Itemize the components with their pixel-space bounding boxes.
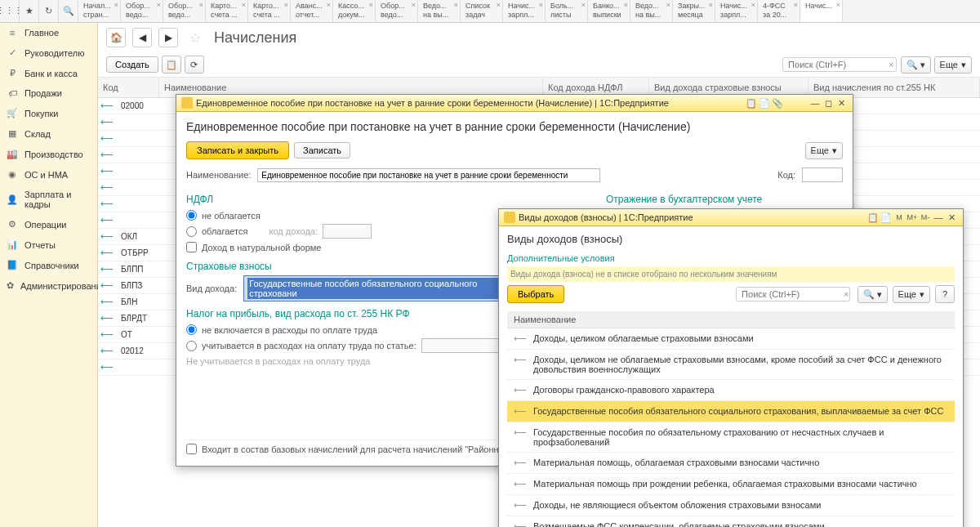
income-type-combo[interactable]: Государственные пособия обязательного со… xyxy=(243,275,505,301)
minimize-icon[interactable]: — xyxy=(808,98,822,108)
col-code[interactable]: Код xyxy=(98,78,159,97)
radio-ndfl-yes[interactable] xyxy=(186,226,197,237)
sidebar: ≡Главное✓Руководителю₽Банк и касса🏷Прода… xyxy=(0,23,98,527)
history-icon[interactable]: ↻ xyxy=(39,0,59,22)
save-close-button[interactable]: Записать и закрыть xyxy=(186,141,289,159)
save-button[interactable]: Записать xyxy=(294,142,350,159)
sidebar-item[interactable]: 👤Зарплата и кадры xyxy=(0,185,97,214)
modal2-titlebar[interactable]: Виды доходов (взносы) | 1С:Предприятие 📋… xyxy=(499,209,963,226)
top-tab[interactable]: ×Карто...счета ... xyxy=(248,0,291,22)
top-tab[interactable]: ×Банко...выписки xyxy=(588,0,630,22)
base-checkbox[interactable] xyxy=(186,444,197,454)
name-input[interactable] xyxy=(257,168,600,182)
top-tab[interactable]: ×Аванс...отчет... xyxy=(291,0,333,22)
close2-icon[interactable]: ✕ xyxy=(945,212,958,223)
top-tab[interactable]: ×Ведо...на вы... xyxy=(630,0,673,22)
sidebar-item[interactable]: ▦Склад xyxy=(0,123,97,144)
create-button[interactable]: Создать xyxy=(106,56,158,73)
top-tab[interactable]: ×Боль...листы xyxy=(546,0,588,22)
note-icon[interactable]: 📄 xyxy=(758,98,771,109)
modal2-search-input[interactable] xyxy=(736,287,850,301)
clear-search2-icon[interactable]: × xyxy=(840,289,852,299)
sidebar-item[interactable]: ⚙Операции xyxy=(0,214,97,234)
select-button[interactable]: Выбрать xyxy=(507,285,564,303)
list-item[interactable]: ⟵Возмещаемые ФСС компенсации, облагаемые… xyxy=(507,516,955,527)
top-tab[interactable]: ×Обор...ведо... xyxy=(163,0,206,22)
list-item-icon: ⟵ xyxy=(514,355,527,365)
sidebar-item[interactable]: 🏭Производство xyxy=(0,144,97,164)
refresh-button[interactable]: ⟳ xyxy=(185,56,204,74)
search-tab-icon[interactable]: 🔍 xyxy=(59,0,78,22)
calc-icon[interactable]: 📋 xyxy=(866,212,880,223)
maximize-icon[interactable]: ◻ xyxy=(822,98,835,109)
sidebar-item[interactable]: ₽Банк и касса xyxy=(0,63,97,83)
list-item[interactable]: ⟵Материальная помощь, облагаемая страхов… xyxy=(507,453,955,474)
star-tab-icon[interactable]: ★ xyxy=(20,0,39,22)
radio-not-included[interactable] xyxy=(186,324,197,335)
row-icon: ⟵ xyxy=(98,215,116,226)
list-item-label: Возмещаемые ФСС компенсации, облагаемые … xyxy=(533,521,825,527)
back-button[interactable]: ◀ xyxy=(132,28,152,47)
list-item[interactable]: ⟵Договоры гражданско-правового характера xyxy=(507,380,955,401)
copy-button[interactable]: 📋 xyxy=(162,56,181,74)
top-tab[interactable]: ×Начал...стран... xyxy=(78,0,121,22)
list-item[interactable]: ⟵Доходы, не являющиеся объектом обложени… xyxy=(507,495,955,516)
top-tab[interactable]: ×Закры...месяца xyxy=(673,0,715,22)
find-button[interactable]: 🔍 ▾ xyxy=(901,56,931,74)
top-tab[interactable]: ×Карто...счета ... xyxy=(206,0,248,22)
list-item[interactable]: ⟵Доходы, целиком не облагаемые страховым… xyxy=(507,350,955,380)
top-tab[interactable]: ×Начис...зарпл... xyxy=(503,0,546,22)
list-header[interactable]: Наименование xyxy=(507,311,955,328)
clear-search-icon[interactable]: × xyxy=(885,60,897,69)
sidebar-item[interactable]: 🛒Покупки xyxy=(0,103,97,123)
favorite-icon[interactable]: ☆ xyxy=(189,30,201,46)
minimize2-icon[interactable]: — xyxy=(932,212,945,222)
sidebar-item[interactable]: ≡Главное xyxy=(0,23,97,42)
list-item[interactable]: ⟵Государственные пособия обязательного с… xyxy=(507,401,955,422)
top-tab[interactable]: ×Кассо...докум... xyxy=(333,0,376,22)
top-tab[interactable]: ×Списокзадач xyxy=(461,0,503,22)
find2-button[interactable]: 🔍 ▾ xyxy=(858,286,888,303)
modal-more-button[interactable]: Еще ▾ xyxy=(805,142,843,159)
income-types-list: ⟵Доходы, целиком облагаемые страховыми в… xyxy=(507,328,955,527)
top-tab[interactable]: ×Обор...ведо... xyxy=(121,0,163,22)
list-item[interactable]: ⟵Государственные пособия по обязательном… xyxy=(507,422,955,453)
close-icon[interactable]: ✕ xyxy=(835,98,848,109)
conditions-link[interactable]: Дополнительные условия xyxy=(507,253,955,263)
top-tab[interactable]: ×Начис...зарпл... xyxy=(715,0,758,22)
sidebar-item[interactable]: ✓Руководителю xyxy=(0,42,97,63)
sidebar-icon: ₽ xyxy=(7,68,18,78)
more-button[interactable]: Еще ▾ xyxy=(934,56,972,74)
m-icon[interactable]: M xyxy=(893,213,906,221)
calc-icon[interactable]: 📋 xyxy=(745,98,758,109)
top-tab[interactable]: ×Обор...ведо... xyxy=(376,0,418,22)
search-input[interactable] xyxy=(782,57,897,72)
sidebar-item[interactable]: 📊Отчеты xyxy=(0,234,97,255)
code-input[interactable] xyxy=(802,167,843,182)
link-icon[interactable]: 📎 xyxy=(771,98,784,109)
sidebar-item[interactable]: ✿Администрирование xyxy=(0,275,97,296)
home-button[interactable]: 🏠 xyxy=(106,28,126,47)
top-tab[interactable]: ×Начис... xyxy=(800,0,843,22)
top-tab[interactable]: ×4-ФССза 20... xyxy=(758,0,800,22)
sidebar-item[interactable]: 🏷Продажи xyxy=(0,83,97,103)
natural-checkbox[interactable] xyxy=(186,242,197,252)
note-icon[interactable]: 📄 xyxy=(880,212,893,223)
radio-ndfl-no[interactable] xyxy=(186,210,197,221)
radio-included[interactable] xyxy=(186,341,197,351)
help-button[interactable]: ? xyxy=(935,285,955,303)
m-minus-icon[interactable]: M- xyxy=(919,213,932,221)
top-tab[interactable]: ×Ведо...на вы... xyxy=(418,0,461,22)
list-item[interactable]: ⟵Материальная помощь при рождении ребенк… xyxy=(507,474,955,495)
list-item[interactable]: ⟵Доходы, целиком облагаемые страховыми в… xyxy=(507,328,955,350)
forward-button[interactable]: ▶ xyxy=(158,28,178,47)
sidebar-item[interactable]: ◉ОС и НМА xyxy=(0,164,97,185)
sidebar-icon: ⚙ xyxy=(7,219,18,230)
modal2-more-button[interactable]: Еще ▾ xyxy=(893,286,930,303)
m-plus-icon[interactable]: M+ xyxy=(906,213,919,221)
apps-icon[interactable]: ⋮⋮⋮ xyxy=(0,0,20,22)
sidebar-item[interactable]: 📘Справочники xyxy=(0,255,97,275)
list-item-label: Государственные пособия по обязательному… xyxy=(533,427,948,447)
modal-titlebar[interactable]: Единовременное пособие при постановке на… xyxy=(176,95,853,112)
income-code-input xyxy=(323,224,372,239)
